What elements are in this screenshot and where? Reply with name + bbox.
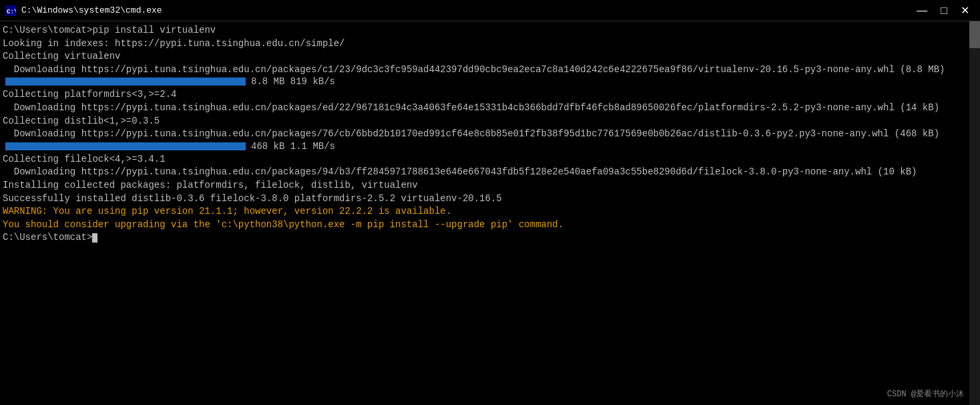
cmd-window: C:\ C:\Windows\system32\cmd.exe — □ ✕ C:… [0,0,980,405]
terminal-line: Collecting virtualenv [3,50,977,63]
title-bar-title: C:\Windows\system32\cmd.exe [21,5,162,15]
terminal-line: Looking in indexes: https://pypi.tuna.ts… [3,37,977,51]
close-button[interactable]: ✕ [955,4,975,17]
terminal-line: You should consider upgrading via the 'c… [3,219,977,232]
cursor [92,233,97,243]
title-bar-left: C:\ C:\Windows\system32\cmd.exe [5,5,162,16]
watermark: CSDN @爱看书的小沐 [887,388,964,400]
progress-bar-row: 8.8 MB 819 kB/s [5,76,977,87]
title-bar: C:\ C:\Windows\system32\cmd.exe — □ ✕ [0,0,980,21]
terminal-line: Downloading https://pypi.tuna.tsinghua.e… [3,63,977,77]
title-bar-controls: — □ ✕ [911,4,975,17]
terminal-line: Downloading https://pypi.tuna.tsinghua.e… [3,128,977,141]
scrollbar-thumb[interactable] [969,21,980,48]
terminal-body[interactable]: C:\Users\tomcat>pip install virtualenvLo… [0,21,980,405]
minimize-button[interactable]: — [911,4,933,17]
progress-status: 468 kB 1.1 MB/s [251,141,335,152]
terminal-line: Downloading https://pypi.tuna.tsinghua.e… [3,102,977,115]
svg-text:C:\: C:\ [7,9,16,15]
terminal-line: Collecting platformdirs<3,>=2.4 [3,88,977,102]
scrollbar[interactable] [969,21,980,405]
progress-bar [5,78,246,86]
progress-bar [5,142,246,150]
terminal-line: Collecting filelock<4,>=3.4.1 [3,153,977,166]
progress-status: 8.8 MB 819 kB/s [251,76,335,87]
terminal-line: C:\Users\tomcat>pip install virtualenv [3,24,977,37]
terminal-output: C:\Users\tomcat>pip install virtualenvLo… [3,24,977,245]
cmd-icon: C:\ [5,5,16,16]
progress-bar-row: 468 kB 1.1 MB/s [5,141,977,152]
maximize-button[interactable]: □ [935,4,953,17]
terminal-line: Collecting distlib<1,>=0.3.5 [3,115,977,128]
terminal-line: Downloading https://pypi.tuna.tsinghua.e… [3,166,977,179]
terminal-line: Successfully installed distlib-0.3.6 fil… [3,192,977,206]
terminal-line: Installing collected packages: platformd… [3,179,977,192]
terminal-line: WARNING: You are using pip version 21.1.… [3,205,977,219]
terminal-line: C:\Users\tomcat> [3,231,977,245]
